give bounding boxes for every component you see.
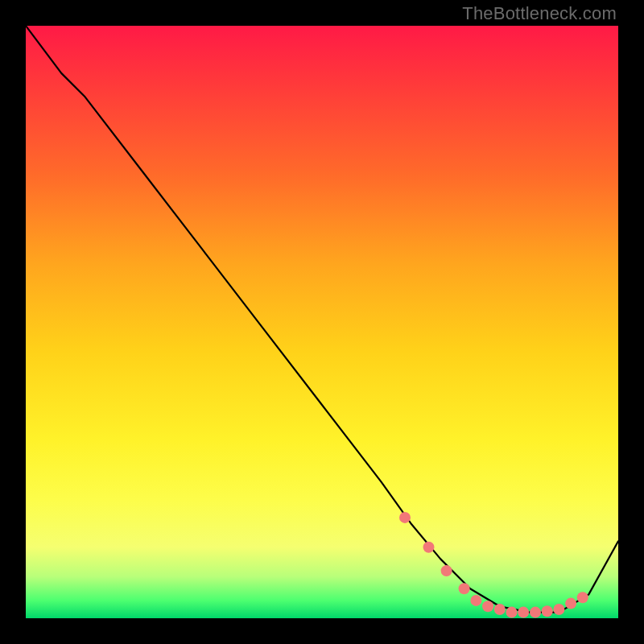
marker-dot [530,607,541,618]
marker-dot [423,542,435,553]
marker-dot [399,512,411,523]
marker-dot [470,595,481,606]
marker-dot [553,604,564,615]
marker-dot [577,592,588,603]
marker-dot [494,604,506,615]
plot-area [26,26,618,618]
marker-dot [565,598,576,609]
bottleneck-curve [26,26,618,613]
marker-dot [482,601,493,612]
marker-dot [506,607,518,618]
marker-dot [518,607,529,618]
curve-line [26,26,618,613]
marker-dot [441,565,452,576]
chart-svg [26,26,618,618]
watermark-text: TheBottleneck.com [462,3,617,24]
marker-dot [542,605,553,617]
marker-dot [459,583,470,594]
chart-frame: TheBottleneck.com [0,0,644,644]
